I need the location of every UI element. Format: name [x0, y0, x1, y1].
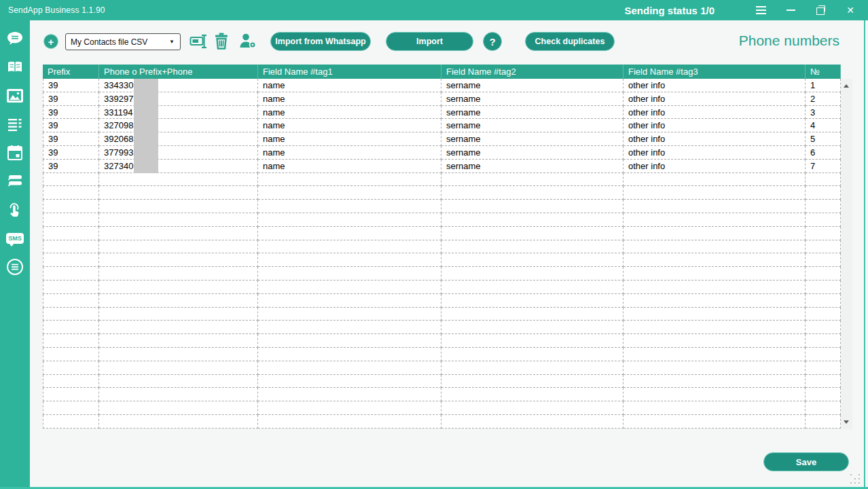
cell-empty[interactable]	[441, 415, 623, 429]
cell-empty[interactable]	[623, 240, 806, 254]
cell-tag3[interactable]: other info	[623, 106, 806, 120]
cell-phone[interactable]: 377993	[99, 146, 258, 160]
cell-empty[interactable]	[99, 361, 258, 375]
cell-empty[interactable]	[43, 348, 99, 361]
cell-empty[interactable]	[806, 375, 841, 388]
cell-empty[interactable]	[806, 401, 841, 415]
cell-tag3[interactable]: other info	[623, 92, 806, 106]
cell-empty[interactable]	[99, 227, 258, 240]
cell-prefix[interactable]: 39	[43, 106, 99, 120]
cell-empty[interactable]	[441, 240, 623, 254]
cell-tag3[interactable]: other info	[623, 132, 806, 146]
cell-phone[interactable]: 339297	[99, 92, 258, 106]
sidebar-item-images[interactable]	[5, 86, 24, 105]
cell-empty[interactable]	[623, 213, 806, 227]
cell-empty[interactable]	[258, 361, 441, 375]
cell-empty[interactable]	[43, 361, 99, 375]
cell-empty[interactable]	[806, 267, 841, 280]
cell-empty[interactable]	[258, 308, 441, 321]
cell-empty[interactable]	[99, 173, 258, 187]
cell-empty[interactable]	[43, 375, 99, 388]
cell-empty[interactable]	[623, 415, 806, 429]
cell-empty[interactable]	[441, 227, 623, 240]
sidebar-item-library[interactable]	[5, 58, 24, 77]
cell-empty[interactable]	[623, 334, 806, 348]
cell-empty[interactable]	[99, 267, 258, 280]
cell-empty[interactable]	[441, 388, 623, 401]
import-button[interactable]: Import	[386, 32, 473, 51]
cell-tag3[interactable]: other info	[623, 160, 806, 173]
cell-empty[interactable]	[623, 280, 806, 294]
cell-empty[interactable]	[99, 280, 258, 294]
cell-phone[interactable]: 327098	[99, 119, 258, 132]
cell-empty[interactable]	[441, 200, 623, 213]
cell-empty[interactable]	[441, 267, 623, 280]
cell-empty[interactable]	[441, 253, 623, 267]
cell-prefix[interactable]: 39	[43, 132, 99, 146]
cell-empty[interactable]	[258, 173, 441, 187]
cell-empty[interactable]	[258, 186, 441, 200]
cell-empty[interactable]	[441, 348, 623, 361]
cell-empty[interactable]	[441, 401, 623, 415]
contact-options-button[interactable]	[238, 32, 257, 50]
cell-empty[interactable]	[43, 280, 99, 294]
cell-empty[interactable]	[806, 253, 841, 267]
contacts-file-dropdown[interactable]: My Contacts file CSV ▼	[65, 33, 181, 50]
cell-empty[interactable]	[99, 294, 258, 308]
cell-empty[interactable]	[441, 294, 623, 308]
cell-empty[interactable]	[258, 213, 441, 227]
cell-phone[interactable]: 327340	[99, 160, 258, 173]
cell-empty[interactable]	[806, 280, 841, 294]
cell-tag1[interactable]: name	[258, 160, 441, 173]
cell-empty[interactable]	[806, 361, 841, 375]
cell-phone[interactable]: 331194	[99, 106, 258, 120]
cell-empty[interactable]	[623, 200, 806, 213]
cell-empty[interactable]	[623, 308, 806, 321]
maximize-button[interactable]	[806, 0, 835, 20]
cell-empty[interactable]	[43, 253, 99, 267]
column-header-tag1[interactable]: Field Name #tag1	[258, 65, 441, 79]
cell-tag1[interactable]: name	[258, 79, 441, 92]
cell-empty[interactable]	[99, 200, 258, 213]
cell-empty[interactable]	[99, 334, 258, 348]
cell-empty[interactable]	[99, 186, 258, 200]
cell-prefix[interactable]: 39	[43, 92, 99, 106]
cell-empty[interactable]	[258, 415, 441, 429]
cell-empty[interactable]	[258, 348, 441, 361]
cell-empty[interactable]	[623, 388, 806, 401]
cell-prefix[interactable]: 39	[43, 119, 99, 132]
cell-tag2[interactable]: sername	[441, 92, 623, 106]
cell-tag2[interactable]: sername	[441, 146, 623, 160]
cell-number[interactable]: 5	[806, 132, 841, 146]
cell-empty[interactable]	[806, 227, 841, 240]
sidebar-item-sms[interactable]: SMS	[5, 229, 24, 248]
resize-grip[interactable]	[850, 474, 864, 486]
cell-empty[interactable]	[99, 401, 258, 415]
cell-empty[interactable]	[99, 348, 258, 361]
minimize-button[interactable]	[776, 0, 806, 20]
cell-empty[interactable]	[43, 200, 99, 213]
cell-empty[interactable]	[806, 294, 841, 308]
cell-empty[interactable]	[441, 280, 623, 294]
cell-tag1[interactable]: name	[258, 132, 441, 146]
cell-empty[interactable]	[441, 321, 623, 334]
cell-tag3[interactable]: other info	[623, 79, 806, 92]
cell-empty[interactable]	[623, 227, 806, 240]
column-header-phone[interactable]: Phone o Prefix+Phone	[99, 65, 258, 79]
column-header-prefix[interactable]: Prefix	[43, 65, 99, 79]
sidebar-item-lists[interactable]	[5, 115, 24, 134]
cell-empty[interactable]	[806, 200, 841, 213]
cell-number[interactable]: 2	[806, 92, 841, 106]
cell-empty[interactable]	[623, 173, 806, 187]
sidebar-item-calendar[interactable]	[5, 143, 24, 162]
cell-empty[interactable]	[43, 415, 99, 429]
cell-empty[interactable]	[623, 294, 806, 308]
cell-empty[interactable]	[806, 240, 841, 254]
cell-tag3[interactable]: other info	[623, 119, 806, 132]
cell-empty[interactable]	[258, 334, 441, 348]
cell-empty[interactable]	[258, 253, 441, 267]
column-header-tag2[interactable]: Field Name #tag2	[441, 65, 623, 79]
help-button[interactable]: ?	[483, 32, 502, 51]
cell-empty[interactable]	[806, 213, 841, 227]
cell-empty[interactable]	[258, 321, 441, 334]
